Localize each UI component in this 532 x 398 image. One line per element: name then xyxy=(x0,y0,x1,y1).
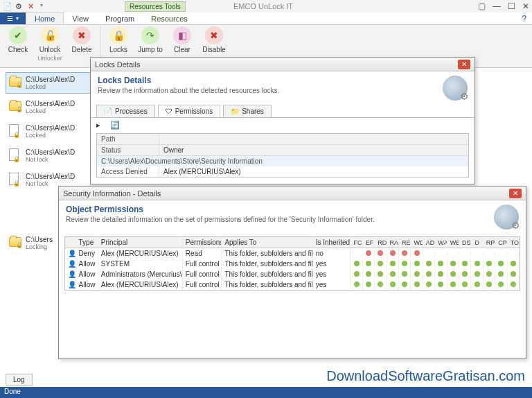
unlock-button[interactable]: 🔓 Unlock xyxy=(36,26,64,53)
col-permissions[interactable]: Permissions xyxy=(183,237,222,248)
resource-status: Locked xyxy=(26,132,92,139)
qat-icon[interactable]: 📄 xyxy=(3,2,11,10)
close-icon[interactable]: ✕ xyxy=(522,1,529,11)
flag-cell xyxy=(387,270,399,279)
col-flag[interactable]: TO xyxy=(508,238,520,248)
col-flag[interactable]: CP xyxy=(495,238,507,248)
flag-cell xyxy=(411,249,423,259)
tab-shares[interactable]: 📁Shares xyxy=(223,105,272,117)
close-icon[interactable]: ✕ xyxy=(458,60,470,69)
help-icon[interactable]: ? xyxy=(516,12,532,24)
col-owner[interactable]: Owner xyxy=(159,145,468,155)
col-flag[interactable]: AD xyxy=(423,238,435,248)
qat-delete-icon[interactable]: ✕ xyxy=(28,2,36,10)
jump-button[interactable]: ↷ Jump to xyxy=(136,26,164,53)
user-icon: 👤 xyxy=(65,279,76,290)
permission-row[interactable]: 👤AllowAlex (MERCURIUS\Alex)Full controlT… xyxy=(65,279,520,290)
resource-item[interactable]: C:\Users\Alex\D Locked xyxy=(6,96,96,118)
flag-cell xyxy=(459,270,471,279)
permission-row[interactable]: 👤AllowSYSTEMFull controlThis folder, sub… xyxy=(65,259,520,269)
col-flag[interactable]: WA xyxy=(435,238,447,248)
col-status[interactable]: Status xyxy=(97,145,159,155)
qat-dropdown-icon[interactable]: ▾ xyxy=(40,2,48,10)
col-flag[interactable]: RA xyxy=(387,238,399,248)
flag-cell xyxy=(495,259,507,269)
unlock-icon: 🔓 xyxy=(41,26,59,44)
chevron-down-icon: ▾ xyxy=(16,15,19,21)
dialog-heading: Locks Details xyxy=(98,76,443,85)
col-inherited[interactable]: Is Inherited xyxy=(313,237,351,248)
dialog-titlebar[interactable]: Locks Details ✕ xyxy=(91,58,475,71)
ribbon-collapse-icon[interactable]: ▢ xyxy=(478,1,486,11)
tab-view[interactable]: View xyxy=(64,12,97,24)
flag-cell xyxy=(435,259,447,269)
col-flag[interactable]: RE xyxy=(399,238,411,248)
gear-icon xyxy=(494,205,519,230)
resource-status: Locked xyxy=(26,107,92,114)
flag-cell xyxy=(351,270,362,279)
dialog-titlebar[interactable]: Security Information - Details ✕ xyxy=(59,187,526,200)
flag-cell xyxy=(411,280,423,290)
permission-row[interactable]: 👤AllowAdministrators (Mercurius\Ad...Ful… xyxy=(65,269,520,279)
close-icon[interactable]: ✕ xyxy=(509,189,522,198)
dialog-subheading: Review the detailed information on the s… xyxy=(66,216,494,223)
delete-button[interactable]: ✖ Delete xyxy=(68,26,96,53)
flag-cell xyxy=(387,249,399,259)
type-cell: Deny xyxy=(76,248,98,259)
tab-processes[interactable]: 📄Processes xyxy=(96,105,155,117)
disable-icon: ✖ xyxy=(205,26,223,44)
refresh-icon[interactable]: 🔄 xyxy=(110,121,120,130)
unlock-label: Unlock xyxy=(39,46,61,53)
disable-button[interactable]: ✖ Disable xyxy=(200,26,228,53)
col-flag[interactable]: FC xyxy=(351,238,362,248)
col-applies[interactable]: Applies To xyxy=(222,237,312,248)
resource-item[interactable]: C:\Users\Alex\D Locked xyxy=(6,72,96,94)
watermark: DownloadSoftwareGratisan.com xyxy=(326,368,525,384)
col-flag[interactable]: DS xyxy=(459,238,471,248)
contextual-tab-label: Resources Tools xyxy=(125,1,186,12)
file-lock-icon xyxy=(9,148,19,161)
col-type[interactable]: Type xyxy=(76,237,98,248)
file-tab[interactable]: ☰ ▾ xyxy=(0,12,26,24)
tab-permissions[interactable]: 🛡Permissions xyxy=(158,105,220,117)
resource-status: Locked xyxy=(26,83,92,90)
grid-data-row[interactable]: Access Denied Alex (MERCURIUS\Alex) xyxy=(97,166,468,177)
tab-home[interactable]: Home xyxy=(26,12,64,24)
clear-icon: ◧ xyxy=(173,26,191,44)
expand-icon[interactable]: ▸ xyxy=(96,121,106,130)
check-button[interactable]: ✔ Check xyxy=(4,26,32,53)
flag-cell xyxy=(399,280,411,290)
resource-item[interactable]: C:\Users\Alex\D Not lock xyxy=(6,145,96,166)
qat-save-icon[interactable]: ⚙ xyxy=(15,2,24,10)
type-cell: Allow xyxy=(76,269,98,279)
delete-icon: ✖ xyxy=(73,26,91,44)
tab-resources[interactable]: Resources xyxy=(143,12,196,24)
log-tab[interactable]: Log xyxy=(6,374,33,386)
applies-cell: This folder, subfolders and files xyxy=(222,248,312,259)
grid-data-row[interactable]: C:\Users\Alex\Documents\Store\Security I… xyxy=(97,156,468,166)
flag-cell xyxy=(375,280,387,290)
flag-cell xyxy=(484,259,495,269)
col-flag[interactable]: EF xyxy=(363,238,375,248)
col-spacer xyxy=(159,134,468,144)
resource-path: C:\Users\Alex\D xyxy=(26,124,92,132)
col-flag[interactable]: RP xyxy=(484,238,495,248)
col-principal[interactable]: Principal xyxy=(98,237,183,248)
clear-button[interactable]: ◧ Clear xyxy=(168,26,196,53)
col-flag[interactable]: WD xyxy=(411,238,423,248)
flag-cell xyxy=(484,270,495,279)
flag-cell xyxy=(471,280,483,290)
resource-item[interactable]: C:\Users\Alex\D Locked xyxy=(6,121,96,142)
locks-button[interactable]: 🔒 Locks xyxy=(105,26,132,53)
tab-program[interactable]: Program xyxy=(97,12,143,24)
permission-row[interactable]: 👤DenyAlex (MERCURIUS\Alex)ReadThis folde… xyxy=(65,248,520,259)
col-flag[interactable]: D xyxy=(471,238,483,248)
maximize-icon[interactable]: ☐ xyxy=(508,1,515,11)
col-path[interactable]: Path xyxy=(97,134,159,144)
col-flag[interactable]: WE xyxy=(447,238,459,248)
minimize-icon[interactable]: — xyxy=(493,1,501,11)
perm-cell: Read xyxy=(183,248,222,259)
flag-cell xyxy=(435,280,447,290)
flag-cell xyxy=(363,249,375,259)
col-flag[interactable]: RD xyxy=(375,238,387,248)
